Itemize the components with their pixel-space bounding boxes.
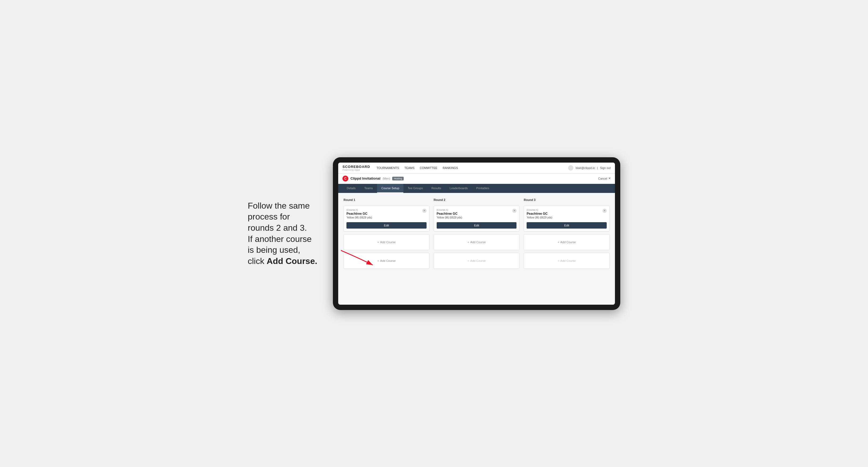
- add-course-button-3b[interactable]: + Add Course: [524, 253, 610, 269]
- plus-icon: +: [377, 241, 379, 244]
- tab-details[interactable]: Details: [342, 184, 360, 193]
- tournament-left: C Clippd Invitational (Men) Hosting: [342, 176, 404, 182]
- round-1-title: Round 1: [344, 198, 430, 201]
- round-2-title: Round 2: [434, 198, 520, 201]
- scoreboard-logo: SCOREBOARD Powered by clippd: [342, 165, 370, 171]
- logo-sub: Powered by clippd: [342, 169, 370, 171]
- instruction-bold: Add Course.: [267, 256, 317, 266]
- instruction-line1: Follow the same: [248, 201, 310, 211]
- close-icon: ×: [424, 209, 425, 212]
- course-tee: Yellow (M) (6629 yds): [346, 216, 372, 219]
- add-course-label-2: Add Course: [380, 259, 396, 262]
- add-course-label-6: Add Course: [560, 259, 576, 262]
- course-info-2: (Course A) Peachtree GC Yellow (M) (6629…: [437, 209, 462, 219]
- tournament-gender: (Men): [383, 177, 390, 180]
- nav-rankings[interactable]: RANKINGS: [443, 165, 458, 170]
- add-course-button-1a[interactable]: + Add Course: [344, 234, 430, 250]
- course-remove-button-3[interactable]: ×: [602, 209, 607, 213]
- nav-tournaments[interactable]: TOURNAMENTS: [376, 165, 399, 170]
- add-course-button-1b[interactable]: + Add Course: [344, 253, 430, 269]
- tablet-screen: SCOREBOARD Powered by clippd TOURNAMENTS…: [338, 163, 615, 305]
- add-course-label-5: Add Course: [560, 241, 576, 244]
- course-card-header: (Course A) Peachtree GC Yellow (M) (6629…: [346, 209, 427, 219]
- plus-icon-4: +: [468, 259, 469, 262]
- plus-icon-2: +: [377, 259, 379, 262]
- round-3-title: Round 3: [524, 198, 610, 201]
- add-course-button-2a[interactable]: + Add Course: [434, 234, 520, 250]
- course-card-header-2: (Course A) Peachtree GC Yellow (M) (6629…: [437, 209, 517, 219]
- logo-title: SCOREBOARD: [342, 165, 370, 169]
- main-content: Round 1 (Course A) Peachtree GC Yellow (…: [338, 193, 615, 305]
- instruction-line2: process for: [248, 212, 290, 221]
- plus-icon-6: +: [557, 259, 559, 262]
- tournament-name: Clippd Invitational: [350, 177, 380, 180]
- round-1-column: Round 1 (Course A) Peachtree GC Yellow (…: [344, 198, 430, 269]
- tab-teams[interactable]: Teams: [360, 184, 377, 193]
- instruction-line4: If another course: [248, 234, 312, 244]
- plus-icon-3: +: [468, 241, 469, 244]
- tab-course-setup[interactable]: Course Setup: [377, 184, 403, 193]
- nav-right: blair@clippd.io | Sign out: [568, 165, 611, 170]
- course-label-2: (Course A): [437, 209, 462, 211]
- clippd-logo: C: [342, 176, 348, 182]
- cancel-x-icon: ✕: [608, 177, 611, 180]
- add-course-button-3a[interactable]: + Add Course: [524, 234, 610, 250]
- separator: |: [597, 166, 598, 169]
- course-label: (Course A): [346, 209, 372, 211]
- cancel-button[interactable]: Cancel ✕: [598, 177, 611, 180]
- instruction-line3: rounds 2 and 3.: [248, 223, 307, 232]
- instruction-line5: is being used,: [248, 245, 300, 255]
- round-3-column: Round 3 (Course A) Peachtree GC Yellow (…: [524, 198, 610, 269]
- course-name: Peachtree GC: [346, 212, 372, 216]
- edit-course-button-3[interactable]: Edit: [527, 222, 607, 228]
- nav-committee[interactable]: COMMITTEE: [420, 165, 437, 170]
- course-tee-2: Yellow (M) (6629 yds): [437, 216, 462, 219]
- round-1-course-card: (Course A) Peachtree GC Yellow (M) (6629…: [344, 206, 430, 231]
- plus-icon-5: +: [557, 241, 559, 244]
- round-3-course-card: (Course A) Peachtree GC Yellow (M) (6629…: [524, 206, 610, 231]
- main-nav: TOURNAMENTS TEAMS COMMITTEE RANKINGS: [376, 165, 562, 170]
- instruction-line6: click: [248, 256, 267, 266]
- tab-printables[interactable]: Printables: [472, 184, 494, 193]
- course-name-3: Peachtree GC: [527, 212, 552, 216]
- tablet-frame: SCOREBOARD Powered by clippd TOURNAMENTS…: [333, 157, 620, 310]
- instruction-panel: Follow the same process for rounds 2 and…: [248, 200, 322, 267]
- rounds-grid: Round 1 (Course A) Peachtree GC Yellow (…: [344, 198, 610, 269]
- add-course-label-4: Add Course: [470, 259, 486, 262]
- course-info-3: (Course A) Peachtree GC Yellow (M) (6629…: [527, 209, 552, 219]
- hosting-badge: Hosting: [392, 177, 404, 180]
- course-label-3: (Course A): [527, 209, 552, 211]
- course-remove-button-2[interactable]: ×: [512, 209, 517, 213]
- tournament-header: C Clippd Invitational (Men) Hosting Canc…: [338, 174, 615, 184]
- sign-out-link[interactable]: Sign out: [600, 166, 611, 169]
- tab-tee-groups[interactable]: Tee Groups: [403, 184, 427, 193]
- add-course-label: Add Course: [380, 241, 396, 244]
- course-tee-3: Yellow (M) (6629 yds): [527, 216, 552, 219]
- user-avatar: [568, 165, 574, 170]
- edit-course-button-2[interactable]: Edit: [437, 222, 517, 228]
- user-email: blair@clippd.io: [576, 166, 595, 169]
- nav-teams[interactable]: TEAMS: [404, 165, 414, 170]
- course-remove-button[interactable]: ×: [422, 209, 427, 213]
- tab-bar: Details Teams Course Setup Tee Groups Re…: [338, 184, 615, 193]
- tab-results[interactable]: Results: [427, 184, 445, 193]
- course-name-2: Peachtree GC: [437, 212, 462, 216]
- tab-leaderboards[interactable]: Leaderboards: [445, 184, 472, 193]
- add-course-button-2b[interactable]: + Add Course: [434, 253, 520, 269]
- round-2-course-card: (Course A) Peachtree GC Yellow (M) (6629…: [434, 206, 520, 231]
- round-2-column: Round 2 (Course A) Peachtree GC Yellow (…: [434, 198, 520, 269]
- top-nav: SCOREBOARD Powered by clippd TOURNAMENTS…: [338, 163, 615, 174]
- page-wrapper: Follow the same process for rounds 2 and…: [248, 157, 620, 310]
- course-card-header-3: (Course A) Peachtree GC Yellow (M) (6629…: [527, 209, 607, 219]
- add-course-label-3: Add Course: [470, 241, 486, 244]
- close-icon-3: ×: [604, 209, 606, 212]
- edit-course-button[interactable]: Edit: [346, 222, 427, 228]
- course-info: (Course A) Peachtree GC Yellow (M) (6629…: [346, 209, 372, 219]
- close-icon-2: ×: [514, 209, 515, 212]
